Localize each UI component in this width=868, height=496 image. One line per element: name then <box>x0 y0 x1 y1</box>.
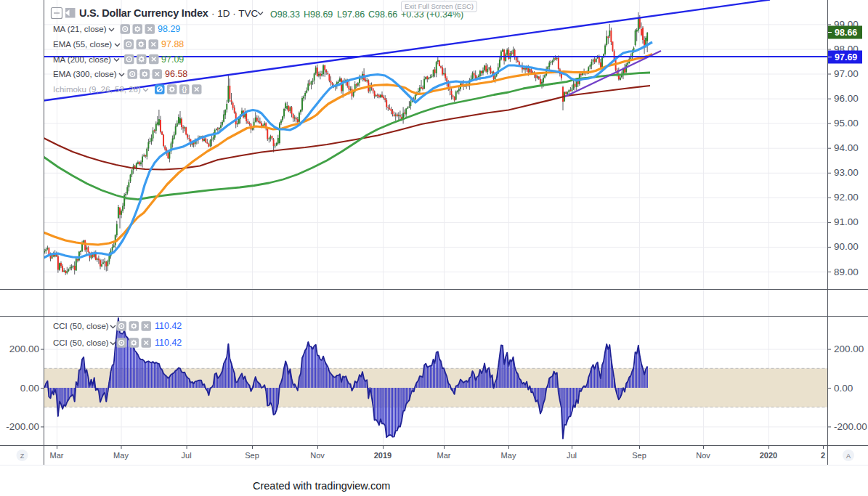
svg-text:Jul: Jul <box>182 451 192 460</box>
svg-text:95.00: 95.00 <box>834 118 859 129</box>
svg-text:97.88: 97.88 <box>161 39 184 49</box>
svg-text:{}: {} <box>182 86 187 93</box>
svg-text:92.00: 92.00 <box>834 192 859 203</box>
svg-text:2: 2 <box>821 451 825 460</box>
svg-text:200.00: 200.00 <box>9 343 39 354</box>
svg-text:H98.69: H98.69 <box>304 9 333 20</box>
svg-text:96.00: 96.00 <box>834 93 859 104</box>
svg-text:Created with tradingview.com: Created with tradingview.com <box>253 480 390 492</box>
svg-text:98.29: 98.29 <box>158 24 180 34</box>
svg-text:Nov: Nov <box>696 451 710 460</box>
svg-text:91.00: 91.00 <box>834 216 859 227</box>
svg-text:97.09: 97.09 <box>161 54 184 65</box>
svg-text:96.58: 96.58 <box>165 69 187 79</box>
svg-text:MA (21, close): MA (21, close) <box>53 25 107 33</box>
svg-text:-200.00: -200.00 <box>6 421 39 432</box>
svg-text:0.00: 0.00 <box>834 383 853 394</box>
svg-text:Exit Full Screen (ESC): Exit Full Screen (ESC) <box>405 2 474 10</box>
svg-text:94.00: 94.00 <box>834 142 859 153</box>
svg-text:200.00: 200.00 <box>834 343 864 354</box>
svg-text:U.S. Dollar Currency Index: U.S. Dollar Currency Index <box>79 7 208 19</box>
svg-text:98.66: 98.66 <box>835 28 857 38</box>
svg-text:CCI (50, close): CCI (50, close) <box>53 338 109 347</box>
svg-text:89.00: 89.00 <box>834 267 859 277</box>
svg-text:Mar: Mar <box>50 451 64 460</box>
svg-text:Sep: Sep <box>632 451 646 460</box>
svg-text:0.00: 0.00 <box>20 383 39 394</box>
svg-text:Z: Z <box>20 452 25 460</box>
svg-text:93.00: 93.00 <box>834 167 859 178</box>
svg-text:110.42: 110.42 <box>155 321 182 331</box>
svg-text:May: May <box>113 451 129 460</box>
svg-text:C98.66: C98.66 <box>368 9 397 20</box>
svg-text:Ichimoku (9, 26, 52, 26): Ichimoku (9, 26, 52, 26) <box>53 85 141 94</box>
svg-text:2020: 2020 <box>760 451 777 460</box>
svg-text:O98.33: O98.33 <box>270 9 300 20</box>
svg-text:· 1D · TVC: · 1D · TVC <box>211 8 259 19</box>
svg-text:L97.86: L97.86 <box>337 9 365 20</box>
svg-text:Nov: Nov <box>310 451 325 460</box>
svg-text:A: A <box>846 452 851 460</box>
svg-text:EMA (300, close): EMA (300, close) <box>53 70 117 78</box>
svg-text:2019: 2019 <box>374 451 392 460</box>
svg-text:Sep: Sep <box>245 451 259 460</box>
svg-text:EMA (55, close): EMA (55, close) <box>53 40 112 49</box>
svg-text:Mar: Mar <box>437 451 451 460</box>
svg-text:-200.00: -200.00 <box>834 421 867 432</box>
svg-text:97.69: 97.69 <box>835 52 857 62</box>
svg-text:CCI (50, close): CCI (50, close) <box>53 322 109 330</box>
svg-text:MA (200, close): MA (200, close) <box>53 55 111 64</box>
svg-text:97.00: 97.00 <box>834 68 859 79</box>
svg-text:90.00: 90.00 <box>834 241 859 252</box>
svg-text:Jul: Jul <box>567 451 577 460</box>
svg-text:May: May <box>501 451 516 460</box>
svg-text:110.42: 110.42 <box>155 338 182 348</box>
